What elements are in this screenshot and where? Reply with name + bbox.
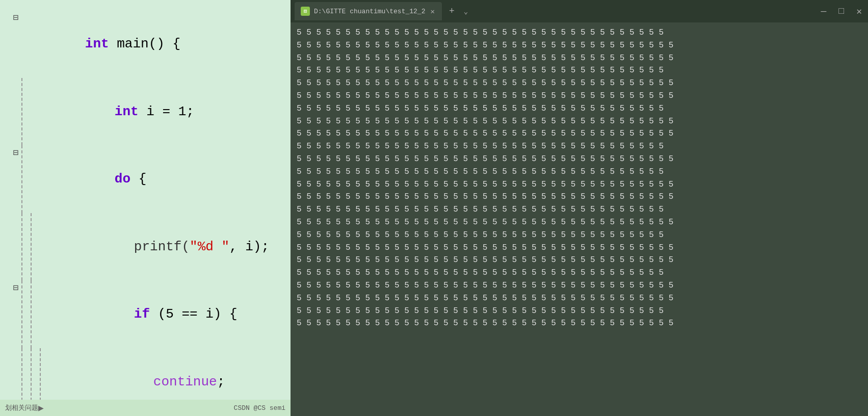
code-text-3: do {: [31, 145, 280, 213]
code-line-5: ⊟ if (5 == i) {: [10, 280, 280, 348]
code-line-2: ⊟ int i = 1;: [10, 78, 280, 146]
bottom-right-text: CSDN @CS semi: [234, 404, 285, 412]
csdn-bottom-bar: 划相关问题 ▶ CSDN @CS semi: [0, 400, 291, 416]
vline-4b: [31, 213, 40, 281]
fold-icon-1[interactable]: ⊟: [10, 12, 21, 23]
vline-5b: [31, 280, 40, 348]
vline-2: [21, 78, 31, 146]
terminal-tab[interactable]: ⊞ D:\GITTE chuantimu\test_12_2 ✕: [295, 2, 442, 20]
code-line-3: ⊟ do {: [10, 145, 280, 213]
code-text-4: printf("%d ", i);: [40, 213, 280, 281]
code-text-2: int i = 1;: [31, 78, 280, 146]
new-tab-button[interactable]: +: [445, 6, 459, 16]
tab-icon: ⊞: [301, 7, 310, 16]
code-content: ⊟ int main() { ⊟ int i = 1; ⊟ do { ⊟: [0, 5, 291, 416]
terminal-body[interactable]: 5 5 5 5 5 5 5 5 5 5 5 5 5 5 5 5 5 5 5 5 …: [291, 22, 868, 416]
maximize-button[interactable]: □: [836, 6, 846, 16]
terminal-titlebar: ⊞ D:\GITTE chuantimu\test_12_2 ✕ + ⌄ — □…: [291, 0, 868, 22]
code-text-5: if (5 == i) {: [40, 280, 280, 348]
tab-label: D:\GITTE chuantimu\test_12_2: [314, 8, 425, 15]
code-text-1: int main() {: [21, 10, 280, 78]
vline-5a: [21, 280, 31, 348]
tab-dropdown-button[interactable]: ⌄: [462, 7, 470, 16]
vline-3: [21, 145, 31, 213]
code-line-4: ⊟ printf("%d ", i);: [10, 213, 280, 281]
vline-4a: [21, 213, 31, 281]
close-button[interactable]: ✕: [854, 6, 864, 17]
code-line-1: ⊟ int main() {: [10, 10, 280, 78]
terminal-output: 5 5 5 5 5 5 5 5 5 5 5 5 5 5 5 5 5 5 5 5 …: [297, 27, 862, 330]
code-panel: ⊟ int main() { ⊟ int i = 1; ⊟ do { ⊟: [0, 0, 291, 416]
tab-close-button[interactable]: ✕: [429, 7, 435, 16]
window-controls: — □ ✕: [819, 6, 864, 17]
fold-icon-3[interactable]: ⊟: [10, 147, 21, 159]
minimize-button[interactable]: —: [819, 6, 829, 16]
bottom-arrow[interactable]: ▶: [38, 402, 44, 413]
terminal-panel: ⊞ D:\GITTE chuantimu\test_12_2 ✕ + ⌄ — □…: [291, 0, 868, 416]
bottom-left-text: 划相关问题: [5, 403, 38, 412]
fold-icon-5[interactable]: ⊟: [10, 282, 21, 294]
